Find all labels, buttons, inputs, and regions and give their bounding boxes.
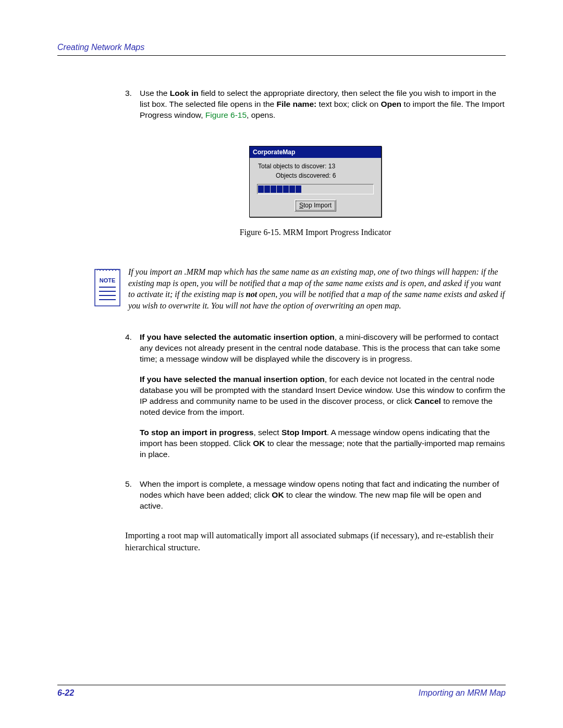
step4-p3: To stop an import in progress, select St… xyxy=(140,427,506,460)
figure-6-15: CorporateMap Total objects to discover: … xyxy=(125,146,506,238)
note-block: NOTE If you import an .MRM map which has… xyxy=(94,266,506,311)
stop-import-heading: To stop an import in progress xyxy=(140,428,253,437)
ok-label: OK xyxy=(272,490,284,499)
step-5: 5. When the import is complete, a messag… xyxy=(125,479,506,521)
page: Creating Network Maps 3. Use the Look in… xyxy=(0,0,563,728)
dialog-title: CorporateMap xyxy=(250,146,381,158)
step-body: Use the Look in field to select the appr… xyxy=(140,88,506,130)
progress-bar xyxy=(257,184,374,194)
step-number: 4. xyxy=(125,332,140,469)
total-objects-line: Total objects to discover: 13 xyxy=(255,162,376,170)
progress-segment xyxy=(283,186,289,193)
text: text box; click on xyxy=(316,100,381,108)
step-number: 3. xyxy=(125,88,140,130)
stop-underline: S xyxy=(299,202,303,209)
page-number: 6-22 xyxy=(57,688,74,698)
header-rule xyxy=(57,55,506,56)
ok-label: OK xyxy=(253,439,265,448)
stop-rest: top Import xyxy=(303,202,332,209)
text: , opens. xyxy=(247,110,275,119)
step-3: 3. Use the Look in field to select the a… xyxy=(125,88,506,130)
figure-reference[interactable]: Figure 6-15 xyxy=(205,110,247,119)
look-in-label: Look in xyxy=(170,89,199,97)
text: Use the xyxy=(140,89,170,97)
progress-segment xyxy=(289,186,295,193)
footer: 6-22 Importing an MRM Map xyxy=(57,685,506,698)
import-progress-dialog: CorporateMap Total objects to discover: … xyxy=(249,146,382,217)
open-label: Open xyxy=(381,100,401,108)
figure-caption: Figure 6-15. MRM Import Progress Indicat… xyxy=(240,227,391,238)
manual-option: If you have selected the manual insertio… xyxy=(140,375,325,384)
not-bold: not xyxy=(246,290,257,299)
header-title: Creating Network Maps xyxy=(57,43,506,52)
text: , select xyxy=(253,428,281,437)
progress-segment xyxy=(264,186,270,193)
step-body: If you have selected the automatic inser… xyxy=(140,332,506,469)
closing-paragraph: Importing a root map will automatically … xyxy=(125,530,506,553)
step3-paragraph: Use the Look in field to select the appr… xyxy=(140,88,506,121)
content-area: 3. Use the Look in field to select the a… xyxy=(125,88,506,553)
file-name-label: File name: xyxy=(277,100,317,108)
note-label: NOTE xyxy=(94,277,121,285)
progress-segment xyxy=(277,186,283,193)
dialog-body: Total objects to discover: 13 Objects di… xyxy=(250,158,381,217)
progress-segment xyxy=(258,186,264,193)
footer-section: Importing an MRM Map xyxy=(419,688,506,698)
stop-import-label: Stop Import xyxy=(282,428,327,437)
note-text: If you import an .MRM map which has the … xyxy=(128,266,506,311)
note-icon: NOTE xyxy=(94,266,121,307)
progress-segment xyxy=(271,186,276,193)
auto-option: If you have selected the automatic inser… xyxy=(140,332,335,341)
step4-p1: If you have selected the automatic inser… xyxy=(140,332,506,365)
step5-paragraph: When the import is complete, a message w… xyxy=(140,479,506,512)
step-body: When the import is complete, a message w… xyxy=(140,479,506,521)
objects-discovered-line: Objects discovered: 6 xyxy=(255,171,376,180)
step4-p2: If you have selected the manual insertio… xyxy=(140,374,506,418)
step-4: 4. If you have selected the automatic in… xyxy=(125,332,506,469)
cancel-label: Cancel xyxy=(414,397,441,405)
stop-import-button[interactable]: Stop Import xyxy=(295,200,336,211)
progress-segment xyxy=(296,186,301,193)
step-number: 5. xyxy=(125,479,140,521)
